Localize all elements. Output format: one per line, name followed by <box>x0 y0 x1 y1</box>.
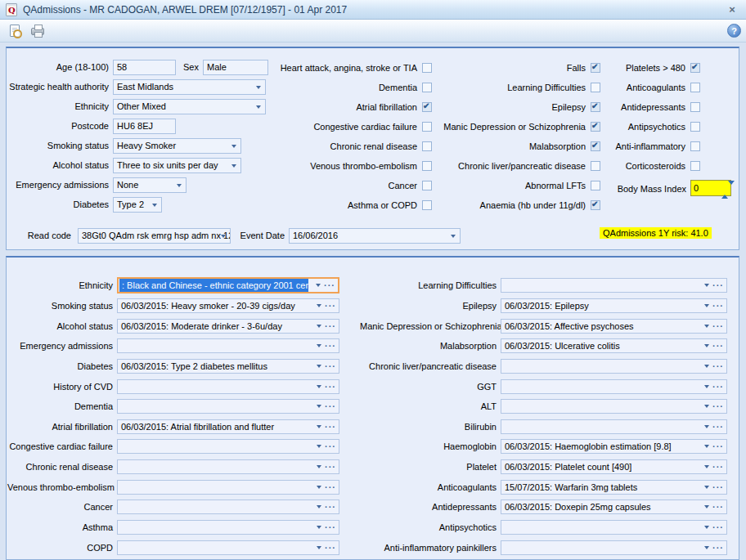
ellipsis-button[interactable] <box>712 481 724 494</box>
ellipsis-button[interactable] <box>324 279 335 292</box>
chevron-down-icon[interactable] <box>704 325 709 328</box>
chevron-down-icon[interactable] <box>704 486 709 489</box>
ellipsis-button[interactable] <box>325 320 336 333</box>
chevron-down-icon[interactable] <box>704 445 709 448</box>
bmi-stepper[interactable]: 0 <box>690 180 731 196</box>
record-combobox[interactable]: 06/03/2015: Affective psychoses <box>501 319 727 334</box>
diabetes-dropdown[interactable]: Type 2 <box>113 197 162 213</box>
chevron-down-icon[interactable] <box>704 284 709 287</box>
chevron-down-icon[interactable] <box>317 385 321 388</box>
ellipsis-button[interactable] <box>712 299 724 312</box>
chevron-down-icon[interactable] <box>317 445 321 448</box>
chevron-down-icon[interactable] <box>317 486 321 489</box>
ellipsis-button[interactable] <box>325 440 336 453</box>
checkbox[interactable] <box>690 102 700 112</box>
checkbox[interactable] <box>690 122 700 132</box>
record-combobox[interactable]: 06/03/2015: Moderate drinker - 3-6u/day <box>117 319 339 334</box>
ellipsis-button[interactable] <box>325 400 336 413</box>
record-combobox[interactable]: 06/03/2015: Atrial fibrillation and flut… <box>117 419 339 434</box>
record-combobox[interactable]: 06/03/2015: Type 2 diabetes mellitus <box>117 359 339 374</box>
postcode-input[interactable]: HU6 8EJ <box>113 119 176 134</box>
ellipsis-button[interactable] <box>325 299 336 312</box>
record-combobox[interactable] <box>117 399 339 414</box>
record-combobox[interactable] <box>117 338 339 353</box>
checkbox[interactable] <box>690 141 700 151</box>
ellipsis-button[interactable] <box>712 521 724 534</box>
ellipsis-button[interactable] <box>712 339 724 352</box>
record-combobox[interactable] <box>117 480 339 495</box>
checkbox[interactable] <box>690 83 700 92</box>
chevron-down-icon[interactable] <box>316 284 321 287</box>
event-date-dropdown[interactable]: 16/06/2016 <box>289 228 461 244</box>
chevron-down-icon[interactable] <box>317 526 321 529</box>
chevron-down-icon[interactable] <box>317 505 321 508</box>
chevron-down-icon[interactable] <box>704 405 709 408</box>
ellipsis-button[interactable] <box>712 460 724 473</box>
chevron-down-icon[interactable] <box>317 425 321 428</box>
ellipsis-button[interactable] <box>325 521 336 534</box>
record-combobox[interactable] <box>501 359 727 374</box>
ellipsis-button[interactable] <box>712 440 724 453</box>
ellipsis-button[interactable] <box>712 400 724 413</box>
ellipsis-button[interactable] <box>712 279 724 292</box>
chevron-down-icon[interactable] <box>317 405 321 408</box>
record-combobox[interactable]: 15/07/2015: Warfarin 3mg tablets <box>501 480 727 495</box>
close-icon[interactable]: × <box>724 3 740 16</box>
record-combobox[interactable] <box>501 419 727 434</box>
record-combobox[interactable] <box>501 520 727 535</box>
record-combobox[interactable] <box>501 399 727 414</box>
chevron-down-icon[interactable] <box>317 465 321 468</box>
chevron-down-icon[interactable] <box>704 385 709 388</box>
emergency-dropdown[interactable]: None <box>113 177 186 193</box>
ellipsis-button[interactable] <box>325 460 336 473</box>
chevron-down-icon[interactable] <box>317 546 321 549</box>
checkbox[interactable] <box>690 63 700 73</box>
help-button[interactable]: ? <box>727 24 741 38</box>
record-combobox[interactable] <box>117 379 339 394</box>
record-combobox[interactable]: : Black and Chinese - ethnic category 20… <box>117 277 339 293</box>
spin-down-icon[interactable] <box>728 181 735 195</box>
chevron-down-icon[interactable] <box>704 465 709 468</box>
record-combobox[interactable] <box>501 540 727 555</box>
record-combobox[interactable]: 06/03/2015: Ulcerative colitis <box>501 338 727 353</box>
spin-up-icon[interactable] <box>721 185 728 199</box>
chevron-down-icon[interactable] <box>704 425 709 428</box>
record-combobox[interactable] <box>501 379 727 394</box>
record-combobox[interactable] <box>117 540 339 555</box>
record-combobox[interactable] <box>117 500 339 514</box>
ellipsis-button[interactable] <box>325 420 336 433</box>
record-combobox[interactable]: 06/03/2015: Platelet count [490] <box>501 459 727 474</box>
ellipsis-button[interactable] <box>325 481 336 494</box>
spinner-arrows[interactable] <box>721 182 728 197</box>
ellipsis-button[interactable] <box>325 339 336 352</box>
record-combobox[interactable] <box>501 278 727 293</box>
chevron-down-icon[interactable] <box>317 365 321 368</box>
print-preview-button[interactable] <box>5 22 25 40</box>
checkbox[interactable] <box>591 200 600 210</box>
ellipsis-button[interactable] <box>712 420 724 433</box>
record-combobox[interactable]: 06/03/2015: Heavy smoker - 20-39 cigs/da… <box>117 298 339 313</box>
record-combobox[interactable] <box>117 439 339 454</box>
age-input[interactable]: 58 <box>113 60 176 75</box>
ellipsis-button[interactable] <box>712 360 724 373</box>
record-combobox[interactable]: 06/03/2015: Haemoglobin estimation [9.8] <box>501 439 727 454</box>
chevron-down-icon[interactable] <box>317 344 321 347</box>
record-combobox[interactable] <box>117 520 339 535</box>
ellipsis-button[interactable] <box>325 541 336 554</box>
chevron-down-icon[interactable] <box>317 304 321 307</box>
readcode-dropdown[interactable]: 38Gt0 QAdm rsk emrg hsp adm nx 12mth <box>78 228 231 244</box>
chevron-down-icon[interactable] <box>704 526 709 529</box>
chevron-down-icon[interactable] <box>704 304 709 307</box>
ellipsis-button[interactable] <box>325 380 336 393</box>
ellipsis-button[interactable] <box>712 541 724 554</box>
ellipsis-button[interactable] <box>712 380 724 393</box>
ellipsis-button[interactable] <box>325 360 336 373</box>
chevron-down-icon[interactable] <box>317 325 321 328</box>
record-combobox[interactable] <box>117 459 339 474</box>
chevron-down-icon[interactable] <box>704 505 709 508</box>
record-combobox[interactable]: 06/03/2015: Epilepsy <box>501 298 727 313</box>
checkbox[interactable] <box>690 161 700 171</box>
chevron-down-icon[interactable] <box>704 344 709 347</box>
record-combobox[interactable]: 06/03/2015: Doxepin 25mg capsules <box>501 500 727 514</box>
ellipsis-button[interactable] <box>325 500 336 513</box>
